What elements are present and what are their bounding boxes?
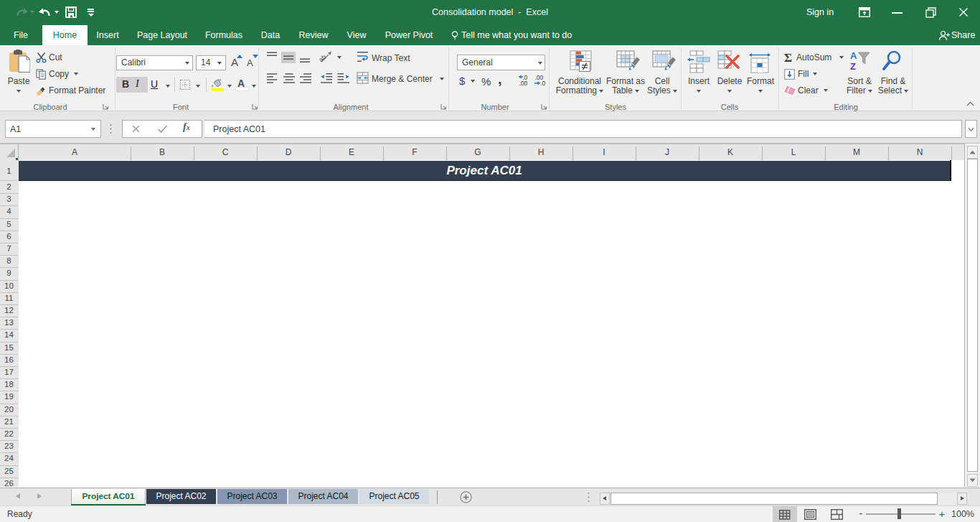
svg-text:.0: .0 [540,80,545,86]
svg-text:ab: ab [319,53,327,63]
svg-text:.00: .00 [519,80,528,86]
svg-text:A: A [850,50,857,61]
svg-text:Z: Z [850,61,856,72]
